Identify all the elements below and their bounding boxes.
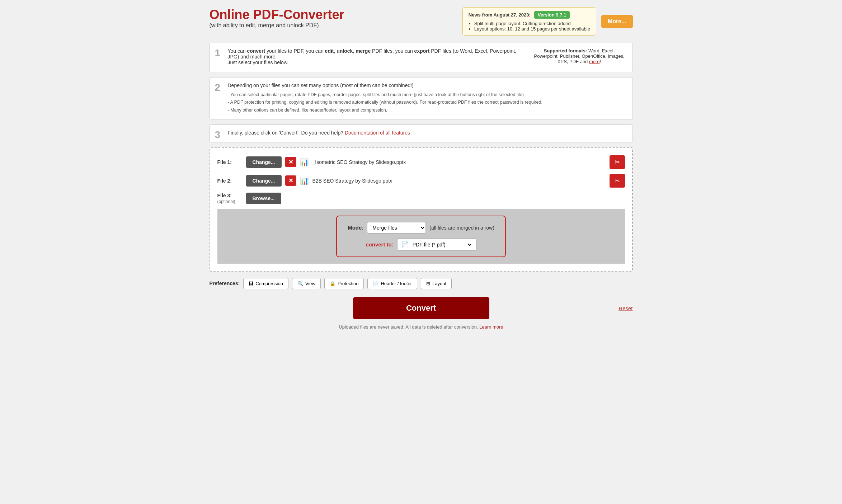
mode-select[interactable]: Merge files Convert individually Split f… <box>367 222 426 234</box>
view-icon: 🔍 <box>297 281 303 286</box>
preferences-label: Preferences: <box>210 281 240 286</box>
step-1-section: 1 You can convert your files to PDF, you… <box>210 43 633 72</box>
mode-row: Mode: Merge files Convert individually S… <box>348 222 494 234</box>
news-section: News from August 27, 2023: Version 9.7.1… <box>462 7 633 36</box>
page-subtitle: (with ability to edit, merge and unlock … <box>210 22 462 29</box>
file-2-name: B2B SEO Strategy by Slidesgo.pptx <box>312 178 606 184</box>
step-1-left: You can convert your files to PDF, you c… <box>228 48 526 67</box>
layout-label: Layout <box>432 281 446 286</box>
file-1-delete-button[interactable]: ✕ <box>285 157 296 167</box>
file-1-name: _Isometric SEO Strategy by Slidesgo.pptx <box>312 159 606 165</box>
mode-highlight-box: Mode: Merge files Convert individually S… <box>336 216 506 257</box>
layout-icon: ⊞ <box>426 281 430 286</box>
mode-label: Mode: <box>348 225 363 231</box>
preferences-row: Preferences: 🖼 Compression 🔍 View 🔒 Prot… <box>210 278 633 289</box>
step-2-number: 2 <box>215 83 221 93</box>
step-3-text: Finally, please click on 'Convert'. Do y… <box>228 130 626 136</box>
compression-label: Compression <box>255 281 283 286</box>
news-date-label: News from August 27, 2023: <box>469 12 531 18</box>
reset-link[interactable]: Reset <box>618 305 632 311</box>
protection-icon: 🔒 <box>330 281 335 286</box>
step-1-right: Supported formats: Word, Excel, Powerpoi… <box>533 48 626 67</box>
page-title: Online PDF-Converter <box>210 7 462 22</box>
pdf-icon: 📄 <box>401 241 409 249</box>
format-select[interactable]: PDF file (*.pdf) Word document (*.docx) … <box>411 241 472 248</box>
file-2-scissors-button[interactable]: ✂ <box>610 174 625 188</box>
step-2-sub1: - You can select particular pages, rotat… <box>228 91 626 99</box>
file-1-ppt-icon: 📊 <box>300 158 309 166</box>
protection-label: Protection <box>338 281 359 286</box>
more-button[interactable]: More... <box>601 15 633 28</box>
step-1-number: 1 <box>215 48 221 58</box>
step-3-number: 3 <box>215 130 221 140</box>
supported-formats-text: Supported formats: Word, Excel, Powerpoi… <box>534 48 625 64</box>
convert-button[interactable]: Convert <box>353 297 489 319</box>
convert-to-label: convert to: <box>366 241 394 248</box>
step-3-section: 3 Finally, please click on 'Convert'. Do… <box>210 124 633 142</box>
step-2-sub-lines: - You can select particular pages, rotat… <box>228 91 626 114</box>
format-select-wrap: 📄 PDF file (*.pdf) Word document (*.docx… <box>397 239 476 251</box>
header-footer-label: Header / footer <box>381 281 412 286</box>
file-1-scissors-button[interactable]: ✂ <box>610 155 625 169</box>
file-1-change-button[interactable]: Change... <box>246 156 282 168</box>
step-2-main-text: Depending on your files you can set many… <box>228 83 626 88</box>
header-footer-button[interactable]: 📄 Header / footer <box>367 278 417 289</box>
convert-to-row: convert to: 📄 PDF file (*.pdf) Word docu… <box>366 239 476 251</box>
file-1-label: File 1: <box>217 159 243 165</box>
title-block: Online PDF-Converter (with ability to ed… <box>210 7 462 29</box>
file-2-ppt-icon: 📊 <box>300 176 309 185</box>
layout-button[interactable]: ⊞ Layout <box>421 278 452 289</box>
file-2-change-button[interactable]: Change... <box>246 175 282 187</box>
footer-note: Uploaded files are never saved. All data… <box>210 324 633 330</box>
file-3-row: File 3: (optional) Browse... <box>217 193 625 204</box>
file-1-row: File 1: Change... ✕ 📊 _Isometric SEO Str… <box>217 155 625 169</box>
step-2-sub3: - Many other options can be defined, lik… <box>228 107 626 114</box>
more-formats-link[interactable]: more <box>589 59 600 64</box>
convert-row: Convert Reset <box>210 297 633 319</box>
news-item-2: Layout options: 10, 12 and 15 pages per … <box>474 26 590 32</box>
version-badge: Version 9.7.1 <box>534 11 570 19</box>
mode-area: Mode: Merge files Convert individually S… <box>217 209 625 264</box>
news-header: News from August 27, 2023: Version 9.7.1 <box>469 11 590 19</box>
file-2-row: File 2: Change... ✕ 📊 B2B SEO Strategy b… <box>217 174 625 188</box>
file-upload-area: File 1: Change... ✕ 📊 _Isometric SEO Str… <box>210 147 633 272</box>
step-1-text: You can convert your files to PDF, you c… <box>228 48 526 65</box>
file-3-optional-label: (optional) <box>217 199 235 204</box>
step-2-section: 2 Depending on your files you can set ma… <box>210 77 633 119</box>
compression-icon: 🖼 <box>249 281 253 286</box>
step-2-sub2: - A PDF protection for printing, copying… <box>228 99 626 106</box>
documentation-link[interactable]: Documentation of all features <box>345 130 410 136</box>
compression-button[interactable]: 🖼 Compression <box>243 278 288 289</box>
mode-description: (all files are merged in a row) <box>429 225 494 231</box>
view-button[interactable]: 🔍 View <box>292 278 321 289</box>
file-3-browse-button[interactable]: Browse... <box>246 193 281 204</box>
news-item-1: Split multi-page layout: Cutting directi… <box>474 21 590 26</box>
news-box: News from August 27, 2023: Version 9.7.1… <box>462 7 596 36</box>
view-label: View <box>305 281 315 286</box>
news-list: Split multi-page layout: Cutting directi… <box>469 21 590 32</box>
file-2-label: File 2: <box>217 178 243 184</box>
file-2-delete-button[interactable]: ✕ <box>285 175 296 186</box>
file-3-label: File 3: (optional) <box>217 193 243 204</box>
protection-button[interactable]: 🔒 Protection <box>324 278 364 289</box>
page-header: Online PDF-Converter (with ability to ed… <box>210 7 633 36</box>
learn-more-link[interactable]: Learn more <box>479 324 503 330</box>
header-footer-icon: 📄 <box>373 281 378 286</box>
